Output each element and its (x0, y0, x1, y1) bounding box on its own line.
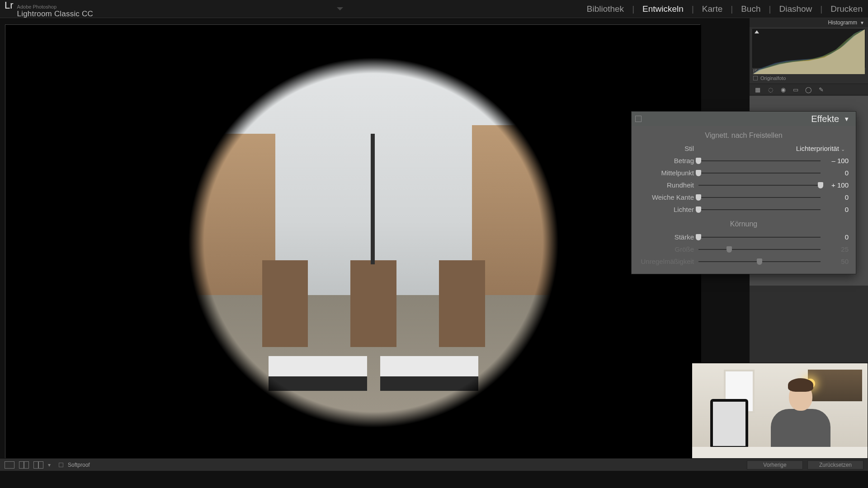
slider-track[interactable] (698, 206, 821, 213)
compare-view-icon[interactable] (19, 461, 29, 469)
slider-value[interactable]: 0 (821, 193, 849, 201)
histogram-title: Histogramm (828, 19, 857, 26)
slider-track[interactable] (698, 182, 821, 189)
top-panel-toggle[interactable] (93, 7, 587, 10)
top-bar: Lr Adobe Photoshop Lightroom Classic CC … (0, 0, 868, 18)
slider-track[interactable] (698, 234, 821, 241)
brand-label: Adobe Photoshop (17, 4, 93, 9)
crop-tool-icon[interactable]: ▦ (754, 86, 761, 93)
view-mode-group: ▾ Softproof (5, 461, 90, 469)
chevron-down-icon: ▼ (844, 116, 849, 122)
module-map[interactable]: Karte (702, 4, 722, 14)
softproof-checkbox[interactable] (59, 463, 63, 467)
redeye-tool-icon[interactable]: ◉ (779, 86, 787, 93)
module-book[interactable]: Buch (741, 4, 760, 14)
gradient-tool-icon[interactable]: ▭ (792, 86, 799, 93)
chevron-down-icon: ⌄ (841, 146, 845, 152)
slider-value[interactable]: + 100 (821, 181, 849, 189)
vignette-style-row: Stil Lichterpriorität ⌄ (639, 142, 849, 155)
panel-switch-icon[interactable] (635, 116, 642, 122)
module-print[interactable]: Drucken (830, 4, 863, 14)
slider-track[interactable] (698, 194, 821, 201)
chevron-down-icon: ▼ (860, 20, 864, 25)
style-dropdown[interactable]: Lichterpriorität ⌄ (698, 145, 849, 152)
lr-glyph: Lr (5, 0, 14, 11)
spot-tool-icon[interactable]: ◌ (767, 86, 774, 93)
app-name: Lightroom Classic CC (17, 9, 93, 19)
module-develop[interactable]: Entwickeln (642, 4, 684, 14)
grain-section-title: Körnung (639, 220, 849, 228)
slider-value: 50 (821, 258, 849, 265)
slider-track[interactable] (698, 157, 821, 164)
module-picker: Bibliothek| Entwickeln| Karte| Buch| Dia… (587, 4, 863, 14)
slider-value[interactable]: 0 (821, 169, 849, 177)
image-canvas[interactable] (5, 24, 700, 460)
histogram[interactable] (752, 29, 865, 68)
effects-panel: Effekte ▼ Vignett. nach Freistellen Stil… (631, 111, 856, 274)
module-slideshow[interactable]: Diashow (779, 4, 812, 14)
workbench: Histogramm ▼ ISO 100 16 mm f / 5.6 1/200… (0, 18, 868, 471)
slider-rundheit: Rundheit + 100 (639, 179, 849, 191)
chevron-down-icon (337, 7, 343, 10)
slider-value[interactable]: 0 (821, 206, 849, 213)
slider-track (698, 258, 821, 265)
slider-value[interactable]: 0 (821, 233, 849, 241)
vignette-overlay (46, 25, 701, 460)
brush-tool-icon[interactable]: ✎ (817, 86, 825, 93)
slider-track (698, 246, 821, 253)
loupe-view-icon[interactable] (5, 461, 14, 469)
app-logo: Lr Adobe Photoshop Lightroom Classic CC (5, 0, 93, 19)
view-caret-icon[interactable]: ▾ (48, 462, 51, 468)
reset-button[interactable]: Zurücksetzen (807, 460, 863, 469)
softproof-label: Softproof (68, 462, 90, 468)
original-toggle[interactable]: Originalfoto (753, 75, 864, 81)
histogram-header[interactable]: Histogramm ▼ (750, 18, 868, 27)
effects-body: Vignett. nach Freistellen Stil Lichterpr… (632, 126, 856, 274)
slider-value: 25 (821, 245, 849, 253)
histogram-plot (753, 29, 865, 74)
slider-track[interactable] (698, 169, 821, 177)
photo-preview (46, 25, 701, 460)
local-tools: ▦ ◌ ◉ ▭ ◯ ✎ (750, 84, 868, 95)
webcam-pip (692, 363, 868, 459)
original-label: Originalfoto (760, 75, 786, 81)
effects-header[interactable]: Effekte ▼ (632, 112, 856, 126)
bottom-toolbar: ▾ Softproof Vorherige Zurücksetzen (0, 458, 868, 471)
slider-value[interactable]: – 100 (821, 157, 849, 164)
previous-button[interactable]: Vorherige (747, 460, 803, 469)
before-after-icon[interactable] (33, 461, 43, 469)
slider-betrag: Betrag – 100 (639, 155, 849, 167)
vignette-section-title: Vignett. nach Freistellen (639, 131, 849, 140)
slider-weiche-kante: Weiche Kante 0 (639, 191, 849, 203)
bottom-actions: Vorherige Zurücksetzen (747, 460, 863, 469)
style-label: Stil (639, 145, 698, 152)
checkbox-icon (753, 76, 758, 80)
slider-staerke: Stärke 0 (639, 231, 849, 243)
module-library[interactable]: Bibliothek (587, 4, 624, 14)
slider-lichter: Lichter 0 (639, 203, 849, 216)
slider-unregelmaessigkeit: Unregelmäßigkeit 50 (639, 255, 849, 267)
slider-groesse: Größe 25 (639, 243, 849, 255)
effects-title: Effekte (811, 114, 839, 124)
radial-tool-icon[interactable]: ◯ (805, 86, 812, 93)
slider-mittelpunkt: Mittelpunkt 0 (639, 167, 849, 179)
